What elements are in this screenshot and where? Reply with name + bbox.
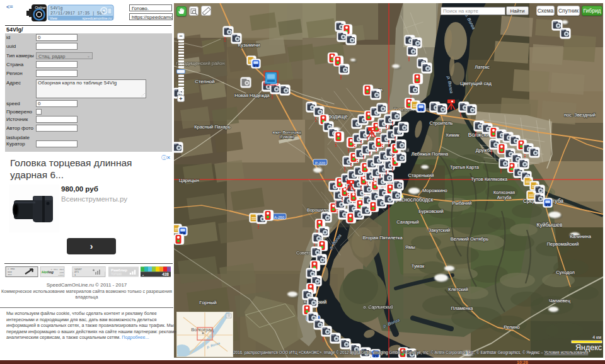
svg-text:Латекс: Латекс	[475, 64, 490, 70]
svg-text:Строитель: Строитель	[430, 120, 453, 126]
svg-text:Степной: Степной	[195, 79, 214, 84]
svg-text:Царицын: Царицын	[179, 178, 199, 183]
svg-text:speedcamonline.ru: speedcamonline.ru	[83, 16, 112, 20]
svg-text:аэрп. Волгоград: аэрп. Волгоград	[273, 130, 301, 134]
svg-text:Клетский: Клетский	[448, 287, 468, 292]
svg-text:1 882 394: 1 882 394	[50, 268, 64, 271]
svg-text:© Airbus DS 2016, распространя: © Airbus DS 2016, распространяется ООО И…	[210, 350, 588, 355]
svg-text:Горный: Горный	[199, 300, 216, 305]
svg-text:Куйбышев: Куйбышев	[537, 222, 563, 228]
svg-text:+441: +441	[58, 274, 64, 276]
svg-text:Тутов: Тутов	[471, 176, 483, 182]
svg-text:Чапаевец: Чапаевец	[549, 298, 571, 304]
svg-text:Первомайский: Первомайский	[547, 241, 579, 247]
svg-text:Репино: Репино	[504, 324, 519, 330]
svg-text:Рамблер: Рамблер	[111, 268, 127, 272]
svg-text:Киляковка: Киляковка	[485, 176, 508, 182]
svg-text:Сахарный: Сахарный	[396, 219, 418, 225]
svg-text:А-260: А-260	[274, 215, 285, 219]
svg-text:Закутский: Закутский	[429, 227, 451, 233]
svg-text:Морожкино: Морожкино	[422, 188, 447, 193]
svg-text:Ямы: Ямы	[405, 244, 415, 250]
svg-text:Яндекс: Яндекс	[575, 343, 602, 352]
svg-text:Тумак: Тумак	[412, 263, 425, 269]
svg-text:Пламенка: Пламенка	[451, 305, 473, 311]
svg-text:Новая Надежда: Новая Надежда	[234, 93, 270, 98]
svg-text:(Гумрак): (Гумрак)	[279, 135, 294, 139]
svg-text:Ахтуба: Ахтуба	[497, 195, 512, 200]
svg-text:27/11/2017 17:35 | 587: 27/11/2017 17:35 | 587	[50, 11, 105, 16]
svg-text:Лебяжья Поляна: Лебяжья Поляна	[412, 151, 449, 157]
svg-text:2 059: 2 059	[8, 268, 15, 270]
svg-text:пос. Звездный: пос. Звездный	[564, 112, 596, 118]
svg-text:Химик: Химик	[446, 132, 460, 138]
svg-text:Вторая Пятилетка: Вторая Пятилетка	[362, 235, 403, 241]
svg-text:580: 580	[8, 271, 13, 273]
svg-text:Цветущий сад: Цветущий сад	[460, 81, 492, 86]
svg-text:Online: Online	[35, 6, 46, 9]
svg-text:Третья Карта: Третья Карта	[450, 164, 480, 170]
svg-text:Рыбачий: Рыбачий	[452, 200, 472, 206]
svg-text:54Vlg: 54Vlg	[50, 6, 63, 11]
svg-text:4 км: 4 км	[592, 335, 601, 339]
svg-text:485: 485	[59, 271, 64, 274]
svg-text:Великий Октябрь: Великий Октябрь	[451, 236, 488, 242]
svg-text:438: 438	[162, 272, 169, 276]
svg-text:Суходол: Суходол	[556, 270, 575, 275]
svg-text:ТОП100: ТОП100	[111, 273, 122, 276]
svg-text:Калинина: Калинина	[570, 234, 592, 239]
svg-text:▲: ▲	[142, 273, 144, 276]
svg-text:Бурковский: Бурковский	[418, 208, 443, 214]
svg-text:Колхозная: Колхозная	[493, 190, 515, 195]
svg-text:View: View	[50, 16, 57, 20]
svg-text:Красный Пахарь: Красный Пахарь	[194, 124, 231, 130]
svg-text:442: 442	[8, 273, 13, 276]
svg-text:о. Сарпинский: о. Сарпинский	[364, 305, 393, 310]
svg-text:Р-220: Р-220	[315, 161, 326, 165]
svg-text:Старенький: Старенький	[408, 173, 434, 178]
